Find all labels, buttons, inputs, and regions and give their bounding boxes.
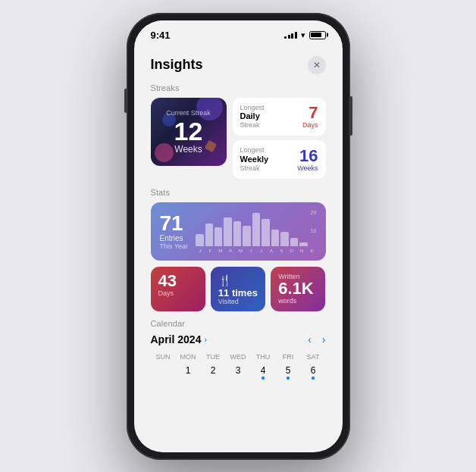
calendar-month-row: April 2024 › bbox=[151, 333, 208, 345]
longest-weekly-title-1: Longest bbox=[240, 146, 269, 155]
calendar-day-header: SAT bbox=[301, 352, 326, 362]
chart-month-label: M bbox=[236, 249, 245, 253]
chart-bar bbox=[280, 232, 288, 246]
calendar-day-dot bbox=[312, 377, 315, 380]
longest-daily-card: Longest Daily Streak 7 Days bbox=[233, 98, 326, 136]
modal-sheet: Insights ✕ Streaks bbox=[140, 47, 337, 450]
chart-bar bbox=[261, 219, 269, 246]
calendar-day-header: MON bbox=[176, 352, 201, 362]
signal-bar-3 bbox=[291, 33, 293, 39]
written-label: words bbox=[278, 297, 318, 305]
phone-shell: 9:41 ▾ Insights ✕ bbox=[127, 13, 350, 460]
calendar-day-header: THU bbox=[251, 352, 276, 362]
calendar-next-button[interactable]: › bbox=[322, 333, 326, 345]
longest-weekly-title-2: Weekly bbox=[240, 155, 269, 164]
written-card: Written 6.1K words bbox=[271, 267, 325, 311]
calendar-section-label: Calendar bbox=[151, 319, 326, 328]
longest-daily-subtitle: Streak bbox=[240, 121, 265, 130]
close-button[interactable]: ✕ bbox=[308, 56, 326, 74]
calendar-month-title: April 2024 bbox=[151, 333, 202, 345]
chart-bar bbox=[252, 213, 260, 246]
stats-section: Stats 71 Entries This Year 20 bbox=[151, 188, 326, 311]
signal-bars-icon bbox=[284, 31, 297, 39]
entries-main: 71 Entries This Year bbox=[160, 213, 189, 250]
chart-bar bbox=[205, 223, 213, 246]
chart-mid-label: 10 bbox=[311, 228, 317, 233]
chart-month-label: J bbox=[257, 249, 265, 253]
signal-bar-4 bbox=[295, 32, 297, 39]
deco-2 bbox=[155, 143, 174, 162]
visited-number: 11 times bbox=[218, 288, 258, 298]
calendar-day-cell[interactable]: 5 bbox=[276, 362, 301, 381]
battery-icon bbox=[309, 31, 326, 39]
streaks-section: Streaks Current Streak 12 Weeks bbox=[151, 83, 326, 180]
stats-label: Stats bbox=[151, 188, 326, 197]
chart-bar bbox=[271, 230, 279, 246]
calendar-day-cell[interactable]: 6 bbox=[301, 362, 326, 381]
calendar-day-header: SUN bbox=[151, 352, 176, 362]
calendar-day-header: WED bbox=[226, 352, 251, 362]
longest-daily-number: 7 bbox=[302, 105, 318, 121]
calendar-day-cell[interactable]: 4 bbox=[251, 362, 276, 381]
current-streak-card: Current Streak 12 Weeks bbox=[151, 98, 227, 166]
calendar-day-dot bbox=[161, 366, 164, 369]
calendar-day-dot bbox=[186, 377, 189, 380]
chart-bar bbox=[224, 217, 231, 247]
chart-bar bbox=[299, 242, 307, 247]
journaled-card: 43 Days bbox=[151, 267, 205, 311]
calendar-day-cell bbox=[151, 362, 176, 381]
chart-month-label: J bbox=[246, 249, 255, 253]
longest-daily-info: Longest Daily Streak bbox=[240, 104, 265, 130]
status-icons: ▾ bbox=[284, 30, 326, 40]
calendar-day-cell[interactable]: 1 bbox=[176, 362, 201, 381]
current-streak-label: Current Streak bbox=[166, 109, 211, 117]
calendar-day-header: TUE bbox=[201, 352, 226, 362]
chart-month-label: D bbox=[308, 249, 316, 253]
chart-month-label: F bbox=[205, 249, 214, 253]
longest-daily-value: 7 Days bbox=[302, 105, 318, 129]
chart-month-label: M bbox=[216, 249, 224, 253]
longest-weekly-unit: Weeks bbox=[297, 164, 318, 172]
status-bar: 9:41 ▾ bbox=[134, 20, 343, 44]
chart-month-label: A bbox=[226, 249, 234, 253]
modal-header: Insights ✕ bbox=[151, 56, 326, 74]
signal-bar-1 bbox=[284, 36, 287, 39]
streaks-label: Streaks bbox=[151, 83, 326, 92]
longest-daily-unit: Days bbox=[302, 121, 318, 129]
entries-sublabel: This Year bbox=[160, 242, 189, 250]
current-streak-number: 12 bbox=[174, 118, 203, 144]
calendar-day-dot bbox=[287, 377, 290, 380]
chart-bars bbox=[196, 210, 308, 246]
calendar-section: Calendar April 2024 › ‹ › SUNMONTUEWEDTH… bbox=[151, 319, 326, 381]
visited-label: Visited bbox=[218, 298, 258, 305]
longest-weekly-card: Longest Weekly Streak 16 Weeks bbox=[233, 140, 326, 179]
longest-weekly-info: Longest Weekly Streak bbox=[240, 146, 269, 173]
chart-bar bbox=[215, 227, 222, 246]
mini-stats-row: 43 Days 🍴 11 times Visited Written 6.1K … bbox=[151, 267, 326, 311]
chart-bar bbox=[233, 221, 241, 246]
signal-bar-2 bbox=[288, 35, 290, 39]
calendar-prev-button[interactable]: ‹ bbox=[308, 333, 312, 345]
calendar-day-cell[interactable]: 3 bbox=[226, 362, 251, 381]
screen: 9:41 ▾ Insights ✕ bbox=[134, 20, 343, 452]
entries-card: 71 Entries This Year 20 10 bbox=[151, 202, 326, 261]
battery-fill bbox=[311, 33, 321, 37]
journaled-label: Days bbox=[158, 289, 198, 297]
chart-area: 20 10 JFMAMJJASOND bbox=[196, 210, 316, 253]
journaled-number: 43 bbox=[158, 273, 198, 289]
streak-stats-col: Longest Daily Streak 7 Days bbox=[233, 98, 326, 180]
calendar-month-chevron-icon[interactable]: › bbox=[204, 335, 207, 344]
calendar-day-cell[interactable]: 2 bbox=[201, 362, 226, 381]
chart-month-label: J bbox=[196, 249, 204, 253]
entries-label: Entries bbox=[160, 234, 189, 242]
visited-card: 🍴 11 times Visited bbox=[211, 267, 265, 311]
calendar-day-dot bbox=[261, 377, 265, 380]
calendar-nav: ‹ › bbox=[308, 333, 325, 345]
written-number: 6.1K bbox=[278, 280, 318, 297]
chart-month-label: S bbox=[277, 249, 286, 253]
calendar-header: April 2024 › ‹ › bbox=[151, 333, 326, 345]
chart-max-label: 20 bbox=[311, 210, 317, 215]
streaks-row: Current Streak 12 Weeks Longest Daily St… bbox=[151, 98, 326, 180]
calendar-day-dot bbox=[211, 377, 215, 380]
calendar-grid: SUNMONTUEWEDTHUFRISAT123456 bbox=[151, 352, 326, 381]
